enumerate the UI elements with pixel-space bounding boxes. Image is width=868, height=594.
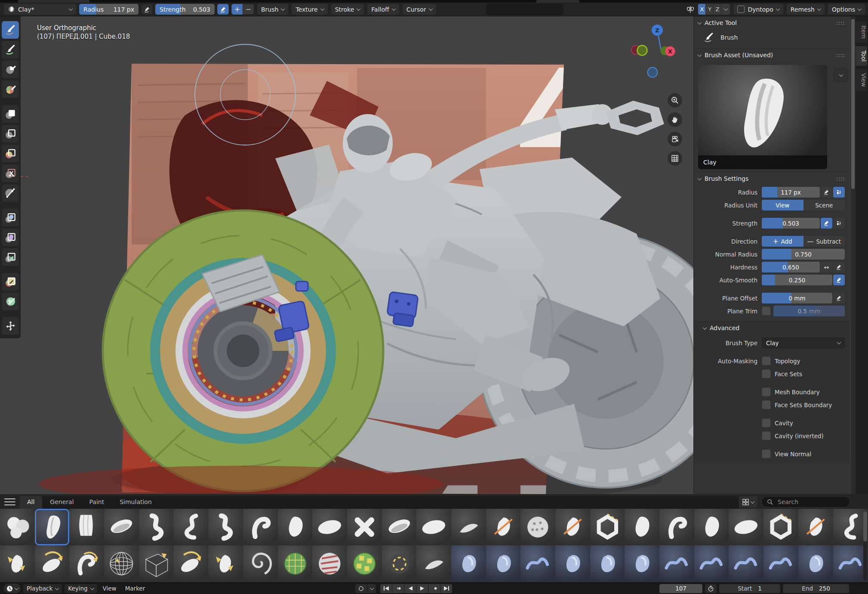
- brush-thumbnail-balls[interactable]: [0, 509, 35, 545]
- auto-key-button[interactable]: [355, 584, 367, 593]
- brush-type-dropdown[interactable]: Clay: [762, 337, 845, 348]
- previous-keyframe-button[interactable]: [392, 584, 404, 593]
- radius-unit-scene-button[interactable]: Scene: [803, 200, 845, 210]
- brush-thumbnail-checker[interactable]: [347, 545, 382, 582]
- menu-texture[interactable]: Texture: [291, 3, 328, 15]
- menu-cursor[interactable]: Cursor: [402, 3, 437, 15]
- jump-to-end-button[interactable]: [440, 584, 452, 593]
- brush-thumbnail-arrowpose[interactable]: [208, 545, 243, 582]
- radius-pen-button[interactable]: [821, 187, 832, 198]
- brush-thumbnail-orange[interactable]: [555, 509, 590, 545]
- search-input[interactable]: [777, 498, 844, 506]
- gizmo-axis-neg-z[interactable]: [648, 68, 658, 77]
- sidebar-tab-tool[interactable]: Tool: [856, 46, 868, 66]
- plane-offset-slider[interactable]: 0 mm: [762, 293, 832, 303]
- brush-preview[interactable]: Clay: [698, 65, 827, 169]
- brush-thumbnail-scoop[interactable]: [104, 509, 139, 545]
- panel-header-brush-asset[interactable]: Brush Asset (Unsaved): [694, 48, 850, 62]
- strength-slider[interactable]: Strength 0.503: [155, 4, 215, 15]
- remesh-dropdown[interactable]: Remesh: [786, 3, 825, 15]
- brush-asset-menu-button[interactable]: [834, 68, 848, 82]
- symmetry-z-button[interactable]: Z: [714, 4, 721, 15]
- brush-thumbnail-flat[interactable]: [729, 509, 763, 545]
- plane-offset-pen-button[interactable]: [833, 293, 845, 303]
- brush-thumbnail-blueblob[interactable]: [798, 545, 833, 582]
- brush-thumbnail-dots[interactable]: [520, 509, 555, 545]
- tool-mask-by-color[interactable]: [2, 293, 19, 310]
- tool-mesh-filter[interactable]: [2, 209, 19, 226]
- tool-paint-brush[interactable]: [2, 41, 19, 59]
- hardness-slider[interactable]: 0.650: [762, 262, 820, 272]
- view-menu[interactable]: View: [100, 585, 120, 592]
- brush-size-increase-button[interactable]: +: [231, 4, 243, 15]
- brush-thumbnail-bluestroke[interactable]: [694, 545, 729, 582]
- brush-thumbnail-scurve[interactable]: [139, 509, 174, 545]
- brush-thumbnail-wirecube[interactable]: [139, 545, 174, 582]
- brush-thumbnail-blueblob[interactable]: [625, 545, 659, 582]
- next-keyframe-button[interactable]: [428, 584, 440, 593]
- pan-view-button[interactable]: [668, 112, 682, 127]
- viewport-3d[interactable]: 4 4M4: [0, 16, 868, 494]
- brush-thumbnail-blob[interactable]: [278, 509, 313, 545]
- options-dropdown[interactable]: Options: [828, 3, 865, 15]
- brush-thumbnail-greenlattice[interactable]: [278, 545, 313, 582]
- brush-thumbnail-blueblob[interactable]: [590, 545, 625, 582]
- auto-smooth-pen-button[interactable]: [833, 275, 845, 285]
- gizmo-axis-neg-y[interactable]: [637, 46, 647, 56]
- brush-thumbnail-wiresphere[interactable]: [104, 545, 139, 582]
- checkbox-cavity[interactable]: [762, 418, 771, 427]
- current-frame-field[interactable]: 107: [659, 584, 702, 593]
- brush-thumbnail-flat[interactable]: [312, 509, 347, 545]
- brush-thumbnail-scurve2[interactable]: [833, 509, 868, 545]
- brush-thumbnail-ring[interactable]: [763, 509, 798, 545]
- hardness-pen-button[interactable]: [833, 262, 845, 272]
- brush-thumbnail-redhatch[interactable]: [312, 545, 347, 582]
- shelf-tab-paint[interactable]: Paint: [82, 496, 112, 509]
- brush-thumbnail-strips[interactable]: [69, 509, 104, 545]
- brush-thumbnail-blob[interactable]: [625, 509, 659, 545]
- sidebar-tab-view[interactable]: View: [856, 68, 868, 92]
- radius-slider[interactable]: 117 px: [762, 187, 820, 198]
- brush-size-decrease-button[interactable]: −: [243, 4, 254, 15]
- brush-thumbnail-hook[interactable]: [243, 509, 278, 545]
- shelf-scrollbar[interactable]: [863, 511, 867, 580]
- shelf-tab-all[interactable]: All: [19, 496, 42, 509]
- shelf-tab-simulation[interactable]: Simulation: [112, 496, 160, 509]
- scrollbar-thumb[interactable]: [863, 511, 867, 541]
- brush-thumbnail-dashloop[interactable]: [382, 545, 417, 582]
- dyntopo-dropdown[interactable]: Dyntopo: [733, 3, 783, 15]
- auto-smooth-slider[interactable]: 0.250: [762, 275, 832, 285]
- brush-thumbnail-bluestroke[interactable]: [763, 545, 798, 582]
- strength-pressure-button[interactable]: [217, 4, 229, 15]
- checkbox-topology[interactable]: [762, 356, 771, 365]
- tool-color-filter[interactable]: [2, 248, 19, 266]
- tool-mask-brush[interactable]: [2, 61, 19, 78]
- brush-thumbnail-scurve2[interactable]: [173, 509, 208, 545]
- brush-thumbnail-blueblob[interactable]: [555, 545, 590, 582]
- checkbox-mesh-boundary[interactable]: [762, 387, 771, 396]
- brush-thumbnail-hookarrow[interactable]: [69, 545, 104, 582]
- strength-slider[interactable]: 0.503: [762, 218, 820, 229]
- brush-thumbnail-bluestroke[interactable]: [729, 545, 763, 582]
- panel-header-active-tool[interactable]: Active Tool: [694, 16, 850, 29]
- brush-thumbnail-orange[interactable]: [486, 509, 521, 545]
- shelf-menu-button[interactable]: [4, 498, 15, 506]
- brush-thumbnail-bluestroke[interactable]: [833, 545, 868, 582]
- radius-slider[interactable]: Radius 117 px: [79, 4, 139, 15]
- normal-radius-slider[interactable]: 0.750: [762, 249, 845, 260]
- brush-selector-dropdown[interactable]: Clay*: [3, 3, 77, 15]
- toggle-perspective-button[interactable]: [668, 151, 682, 166]
- strength-pen-button[interactable]: [821, 218, 832, 229]
- tool-draw-face-sets[interactable]: [2, 80, 19, 98]
- brush-thumbnail-cross[interactable]: [347, 509, 382, 545]
- frame-start-field[interactable]: Start1: [719, 584, 780, 593]
- menu-brush[interactable]: Brush: [257, 3, 289, 15]
- shelf-tab-general[interactable]: General: [42, 496, 81, 509]
- use-preview-range-button[interactable]: [705, 584, 717, 593]
- brush-thumbnail-arc[interactable]: [35, 545, 70, 582]
- tool-edit-face-set[interactable]: [2, 273, 19, 291]
- tool-box-trim[interactable]: [2, 164, 19, 182]
- play-reverse-button[interactable]: [404, 584, 416, 593]
- brush-thumbnail-scurve[interactable]: [208, 509, 243, 545]
- brush-thumbnail-clay[interactable]: [35, 509, 70, 545]
